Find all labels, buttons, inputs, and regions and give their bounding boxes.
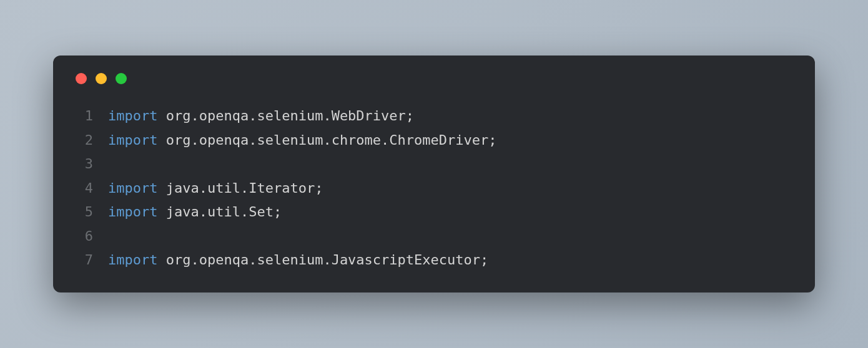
code-content: [108, 225, 116, 249]
code-content: import java.util.Iterator;: [108, 176, 323, 201]
token-keyword: import: [108, 180, 157, 196]
line-number: 2: [73, 128, 93, 153]
token-text: org.openqa.selenium.WebDriver;: [157, 108, 414, 123]
code-line: 3: [73, 152, 795, 176]
minimize-icon[interactable]: [96, 73, 107, 84]
line-number: 6: [73, 225, 93, 249]
code-area: 1import org.openqa.selenium.WebDriver;2i…: [73, 104, 795, 273]
code-line: 6: [73, 225, 795, 249]
line-number: 3: [73, 152, 93, 176]
code-content: [108, 152, 116, 176]
token-keyword: import: [108, 108, 157, 123]
code-line: 5import java.util.Set;: [73, 200, 795, 225]
token-text: java.util.Set;: [157, 204, 282, 220]
traffic-lights: [76, 73, 795, 84]
code-content: import java.util.Set;: [108, 200, 282, 225]
token-keyword: import: [108, 132, 157, 148]
token-keyword: import: [108, 252, 157, 268]
code-content: import org.openqa.selenium.chrome.Chrome…: [108, 128, 497, 153]
code-line: 7import org.openqa.selenium.JavascriptEx…: [73, 248, 795, 273]
code-content: import org.openqa.selenium.JavascriptExe…: [108, 248, 488, 273]
line-number: 1: [73, 104, 93, 128]
code-line: 1import org.openqa.selenium.WebDriver;: [73, 104, 795, 128]
line-number: 7: [73, 248, 93, 273]
maximize-icon[interactable]: [116, 73, 127, 84]
close-icon[interactable]: [76, 73, 87, 84]
code-line: 2import org.openqa.selenium.chrome.Chrom…: [73, 128, 795, 153]
code-window: 1import org.openqa.selenium.WebDriver;2i…: [53, 56, 815, 292]
line-number: 5: [73, 200, 93, 225]
token-text: org.openqa.selenium.JavascriptExecutor;: [157, 252, 488, 268]
token-keyword: import: [108, 204, 157, 220]
token-text: java.util.Iterator;: [157, 180, 323, 196]
code-line: 4import java.util.Iterator;: [73, 176, 795, 201]
code-content: import org.openqa.selenium.WebDriver;: [108, 104, 414, 128]
token-text: org.openqa.selenium.chrome.ChromeDriver;: [157, 132, 496, 148]
line-number: 4: [73, 176, 93, 201]
